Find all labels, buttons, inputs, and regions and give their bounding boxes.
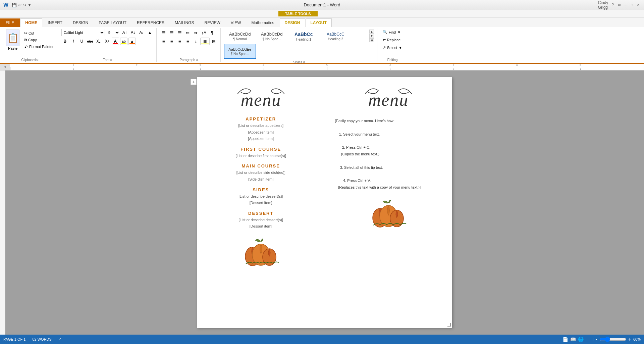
section-appetizer-title: APPETIZER — [207, 116, 315, 121]
decrease-indent-button[interactable]: ⇐ — [184, 29, 192, 36]
tab-file[interactable]: FILE — [0, 18, 20, 27]
paragraph-expand-icon[interactable]: ⧉ — [196, 58, 198, 62]
resize-handle[interactable] — [447, 323, 451, 327]
clipboard-expand-icon[interactable]: ⧉ — [36, 58, 38, 62]
left-pumpkin-svg — [243, 236, 279, 266]
format-painter-button[interactable]: 🖌 Format Painter — [23, 44, 55, 50]
superscript-button[interactable]: X² — [103, 38, 111, 45]
add-content-button[interactable]: + — [191, 79, 197, 85]
styles-scroll-down[interactable]: ▼ — [369, 34, 374, 38]
find-dropdown-icon[interactable]: ▼ — [397, 30, 401, 34]
tab-mailings[interactable]: MAILINGS — [170, 18, 199, 27]
line-spacing-button[interactable]: ↕ — [192, 38, 200, 45]
shading-color-button[interactable]: ▲ — [128, 38, 136, 45]
cut-button[interactable]: ✂ Cut — [23, 30, 55, 36]
font-family-select[interactable]: Calibri Light — [61, 29, 105, 36]
section-sides-line1: [List or describe dessert(s)] — [207, 194, 315, 200]
find-button[interactable]: 🔍 Find ▼ — [381, 29, 403, 35]
align-center-button[interactable]: ≡ — [168, 38, 175, 45]
zoom-slider[interactable] — [599, 337, 626, 342]
tab-ttlayout[interactable]: LAYOUT — [306, 18, 332, 27]
multilevel-button[interactable]: ☰ — [176, 29, 183, 36]
borders-button[interactable]: ⊞ — [210, 38, 218, 45]
left-column[interactable]: menu APPETIZER [List or describe appetiz… — [197, 77, 325, 328]
zoom-out-icon[interactable]: - — [595, 336, 597, 342]
tab-design[interactable]: DESIGN — [68, 18, 93, 27]
bold-button[interactable]: B — [61, 38, 69, 45]
tab-ttdesign[interactable]: DESIGN — [280, 18, 305, 27]
subscript-button[interactable]: X₂ — [95, 38, 102, 45]
tab-insert[interactable]: INSERT — [43, 18, 67, 27]
left-menu-title-svg: menu — [231, 84, 291, 111]
numbering-button[interactable]: ☰ — [168, 29, 175, 36]
zoom-level[interactable]: 60% — [633, 337, 641, 341]
style-heading2[interactable]: AaBbCcC Heading 2 — [320, 29, 352, 44]
view-web-layout-icon[interactable]: 🌐 — [578, 337, 584, 342]
window-controls[interactable]: Cindy Grigg ? ⧉ ─ □ ✕ — [601, 3, 641, 7]
copy-button[interactable]: ⧉ Copy — [23, 37, 55, 43]
ribbon: 📋 Paste ✂ Cut ⧉ Copy 🖌 Format Pa — [0, 27, 644, 64]
font-expand-icon[interactable]: ⧉ — [110, 58, 112, 62]
clear-format-button[interactable]: ▲ — [146, 29, 154, 36]
font-size-select[interactable]: 9 — [106, 29, 120, 36]
maximize-icon[interactable]: □ — [630, 3, 634, 7]
tab-home[interactable]: HOME — [20, 18, 42, 27]
style-no-spacing[interactable]: AaBbCcDd ¶ No Spac... — [256, 29, 288, 44]
tip-step3: 3. Select all of this tip text. — [335, 164, 442, 171]
text-color-button[interactable]: A — [112, 38, 119, 45]
tab-review[interactable]: REVIEW — [199, 18, 225, 27]
change-case-button[interactable]: Aₐ — [138, 29, 145, 36]
help-icon[interactable]: ? — [610, 3, 615, 7]
select-button[interactable]: ↗ Select ▼ — [381, 44, 404, 51]
align-right-button[interactable]: ≡ — [176, 38, 183, 45]
show-marks-button[interactable]: ¶ — [208, 29, 216, 36]
paragraph-shading-button[interactable]: ▦ — [200, 38, 210, 45]
redo-icon[interactable]: ↪ — [23, 3, 26, 7]
view-read-mode-icon[interactable]: 📖 — [570, 337, 576, 342]
cut-icon: ✂ — [24, 31, 28, 36]
right-pumpkin — [335, 198, 442, 229]
minimize-icon[interactable]: ─ — [623, 3, 628, 7]
save-icon[interactable]: 💾 — [12, 3, 17, 7]
undo-icon[interactable]: ↩ — [18, 3, 21, 7]
italic-button[interactable]: I — [70, 38, 77, 45]
restore-icon[interactable]: ⧉ — [617, 3, 622, 7]
shrink-font-button[interactable]: A↓ — [129, 29, 137, 36]
grow-font-button[interactable]: A↑ — [121, 29, 128, 36]
style-heading1[interactable]: AaBbCc Heading 1 — [288, 29, 320, 44]
right-column[interactable]: menu [Easily copy your menu. Here's how:… — [325, 77, 452, 328]
ribbon-group-font: Calibri Light 9 A↑ A↓ Aₐ ▲ B I U abc X₂ … — [59, 28, 157, 62]
para-shading-indicator — [201, 43, 209, 44]
tab-mathematics[interactable]: Mathematics — [246, 18, 279, 27]
close-icon[interactable]: ✕ — [636, 3, 641, 7]
zoom-in-icon[interactable]: + — [628, 336, 631, 342]
tab-view[interactable]: VIEW — [226, 18, 246, 27]
tab-pagelayout[interactable]: PAGE LAYOUT — [94, 18, 131, 27]
highlight-color-button[interactable]: ab — [120, 38, 127, 45]
customize-icon[interactable]: ▼ — [28, 3, 32, 7]
increase-indent-button[interactable]: ⇒ — [192, 29, 200, 36]
underline-button[interactable]: U — [78, 38, 86, 45]
styles-scroll-up[interactable]: ▲ — [369, 30, 374, 34]
replace-label: Replace — [387, 38, 400, 42]
replace-button[interactable]: ⇌ Replace — [381, 37, 402, 43]
tab-references[interactable]: REFERENCES — [132, 18, 169, 27]
sort-button[interactable]: ↕A — [200, 29, 208, 36]
proofing-icon[interactable]: ✓ — [58, 337, 61, 342]
status-bar: PAGE 1 OF 1 82 WORDS ✓ 📄 📖 🌐 | - + 60% — [0, 335, 644, 344]
style-normal[interactable]: AaBbCcDd ¶ Normal — [224, 29, 256, 44]
bullets-button[interactable]: ☰ — [160, 29, 167, 36]
copy-icon: ⧉ — [24, 38, 27, 42]
view-print-layout-icon[interactable]: 📄 — [562, 337, 568, 342]
document-page: + menu — [197, 77, 452, 328]
quick-access-toolbar[interactable]: W 💾 ↩ ↪ ▼ — [3, 2, 32, 8]
select-dropdown-icon[interactable]: ▼ — [398, 46, 402, 50]
strikethrough-button[interactable]: abc — [87, 38, 94, 45]
ruler-corner[interactable]: ⊓ — [0, 64, 10, 70]
document-area[interactable]: + menu — [5, 70, 644, 335]
style-nospacing-selected[interactable]: AaBbCcDdEe ¶ No Spac... — [224, 44, 256, 59]
align-left-button[interactable]: ≡ — [160, 38, 167, 45]
justify-button[interactable]: ≡ — [184, 38, 192, 45]
paste-button[interactable]: 📋 Paste — [5, 29, 21, 51]
styles-expand[interactable]: ⊞ — [369, 38, 374, 42]
